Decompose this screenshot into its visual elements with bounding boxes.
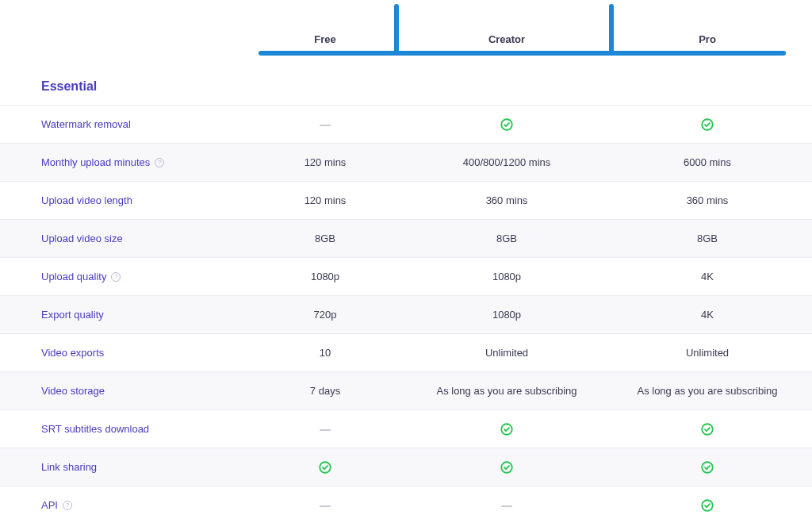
cell-text: Unlimited — [485, 347, 528, 359]
cell-text: 120 mins — [304, 156, 347, 168]
feature-row: Link sharing — [0, 448, 812, 486]
plan-pro-header: Pro — [609, 33, 806, 45]
cell-text: 10 — [320, 347, 331, 359]
cell-free: 7 days — [246, 385, 404, 397]
plan-header-row: Free Creator Pro — [0, 16, 812, 63]
feature-row: Video storage7 daysAs long as you are su… — [0, 371, 812, 409]
cell-free: 8GB — [246, 233, 404, 244]
feature-row: Video exports10UnlimitedUnlimited — [0, 333, 812, 371]
cell-creator: 8GB — [404, 233, 609, 244]
feature-label-cell: Watermark removal — [0, 118, 246, 130]
cell-text: 1080p — [492, 309, 521, 321]
feature-label: Upload video length — [41, 194, 132, 206]
cell-text: As long as you are subscribing — [637, 385, 777, 397]
dash-icon — [501, 505, 512, 507]
cell-creator: 1080p — [404, 271, 609, 282]
cell-free — [246, 423, 404, 435]
check-icon — [609, 460, 806, 475]
cell-creator — [404, 460, 609, 475]
feature-row: Upload video size8GB8GB8GB — [0, 219, 812, 257]
cell-text: 8GB — [496, 233, 517, 244]
cell-free: 1080p — [246, 271, 404, 282]
pricing-comparison-table: Free Creator Pro Essential Watermark rem… — [0, 16, 812, 515]
cell-pro — [609, 498, 806, 513]
feature-label: API — [41, 499, 58, 511]
cell-text: 120 mins — [304, 194, 347, 206]
feature-row: SRT subtitles download — [0, 409, 812, 448]
cell-text: 1080p — [492, 271, 521, 282]
feature-row: Export quality720p1080p4K — [0, 295, 812, 333]
cell-text: As long as you are subscribing — [436, 385, 576, 397]
cell-pro: Unlimited — [609, 347, 806, 359]
cell-free: 720p — [246, 309, 404, 321]
cell-free: 120 mins — [246, 194, 404, 206]
cell-creator: Unlimited — [404, 347, 609, 359]
feature-label-cell: API? — [0, 499, 246, 511]
feature-label: Upload quality — [41, 271, 106, 282]
feature-label: Monthly upload minutes — [41, 156, 150, 168]
cell-pro — [609, 422, 806, 436]
cell-free — [246, 118, 404, 130]
cell-text: 4K — [701, 271, 714, 282]
feature-label-cell: Link sharing — [0, 461, 246, 473]
cell-text: 8GB — [697, 233, 718, 244]
feature-label: SRT subtitles download — [41, 423, 149, 435]
cell-free: 10 — [246, 347, 404, 359]
feature-label: Export quality — [41, 309, 104, 321]
cell-pro — [609, 117, 806, 132]
check-icon — [609, 498, 806, 513]
feature-label: Link sharing — [41, 461, 97, 473]
cell-text: 400/800/1200 mins — [463, 156, 551, 168]
feature-row: Upload video length120 mins360 mins360 m… — [0, 181, 812, 219]
cell-creator: 360 mins — [404, 194, 609, 206]
feature-label: Watermark removal — [41, 118, 131, 130]
check-icon — [404, 460, 609, 475]
cell-creator: As long as you are subscribing — [404, 385, 609, 397]
cell-text: 4K — [701, 309, 714, 321]
cell-pro: 8GB — [609, 233, 806, 244]
check-icon — [609, 117, 806, 132]
cell-text: Unlimited — [686, 347, 729, 359]
feature-label-cell: Export quality — [0, 309, 246, 321]
cell-pro: 4K — [609, 309, 806, 321]
feature-row: Monthly upload minutes?120 mins400/800/1… — [0, 143, 812, 181]
feature-label-cell: Upload video length — [0, 194, 246, 206]
cell-pro — [609, 460, 806, 475]
cell-creator — [404, 422, 609, 436]
feature-label: Video storage — [41, 385, 105, 397]
feature-label-cell: Monthly upload minutes? — [0, 156, 246, 168]
cell-free — [246, 460, 404, 475]
feature-label-cell: Video storage — [0, 385, 246, 397]
cell-pro: 360 mins — [609, 194, 806, 206]
cell-text: 360 mins — [486, 194, 528, 206]
info-icon[interactable]: ? — [111, 272, 121, 282]
check-icon — [609, 422, 806, 436]
feature-label-cell: Upload quality? — [0, 271, 246, 282]
dash-icon — [320, 505, 331, 507]
section-title: Essential — [0, 63, 812, 105]
check-icon — [404, 117, 609, 132]
dash-icon — [320, 125, 331, 126]
cell-creator: 1080p — [404, 309, 609, 321]
cell-creator — [404, 499, 609, 511]
cell-free — [246, 499, 404, 511]
feature-label: Video exports — [41, 347, 104, 359]
cell-pro: 6000 mins — [609, 156, 806, 168]
cell-text: 1080p — [311, 271, 339, 282]
cell-text: 720p — [314, 309, 337, 321]
feature-label: Upload video size — [41, 233, 123, 244]
cell-text: 360 mins — [687, 194, 729, 206]
dash-icon — [320, 429, 331, 431]
cell-creator — [404, 117, 609, 132]
info-icon[interactable]: ? — [63, 501, 72, 510]
cell-free: 120 mins — [246, 156, 404, 168]
feature-row: API? — [0, 486, 812, 515]
cell-pro: As long as you are subscribing — [609, 385, 806, 397]
cell-text: 7 days — [310, 385, 340, 397]
cell-text: 6000 mins — [684, 156, 731, 168]
cell-pro: 4K — [609, 271, 806, 282]
info-icon[interactable]: ? — [155, 158, 164, 167]
check-icon — [404, 422, 609, 436]
feature-row: Watermark removal — [0, 105, 812, 143]
cell-creator: 400/800/1200 mins — [404, 156, 609, 168]
